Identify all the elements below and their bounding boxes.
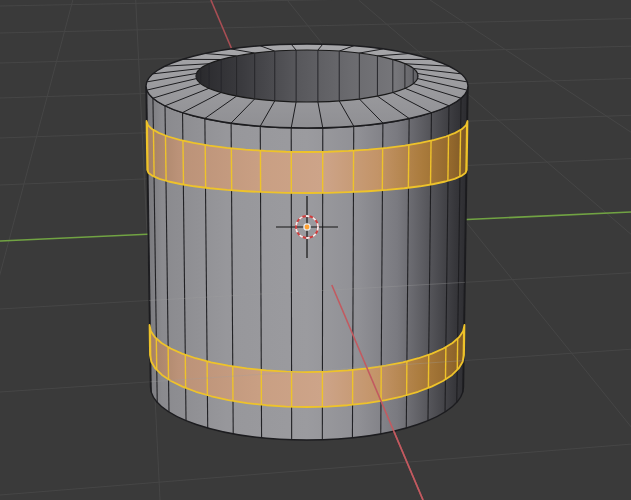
- grid-line-over-mesh: [0, 273, 631, 309]
- object-origin-dot: [305, 225, 310, 230]
- foreground-overlay-layer: [0, 0, 631, 500]
- grid-line-over-mesh: [0, 349, 631, 392]
- 3d-cursor: [276, 196, 338, 258]
- blender-3d-viewport[interactable]: [0, 0, 631, 500]
- x-axis-line-near-segment: [332, 285, 423, 500]
